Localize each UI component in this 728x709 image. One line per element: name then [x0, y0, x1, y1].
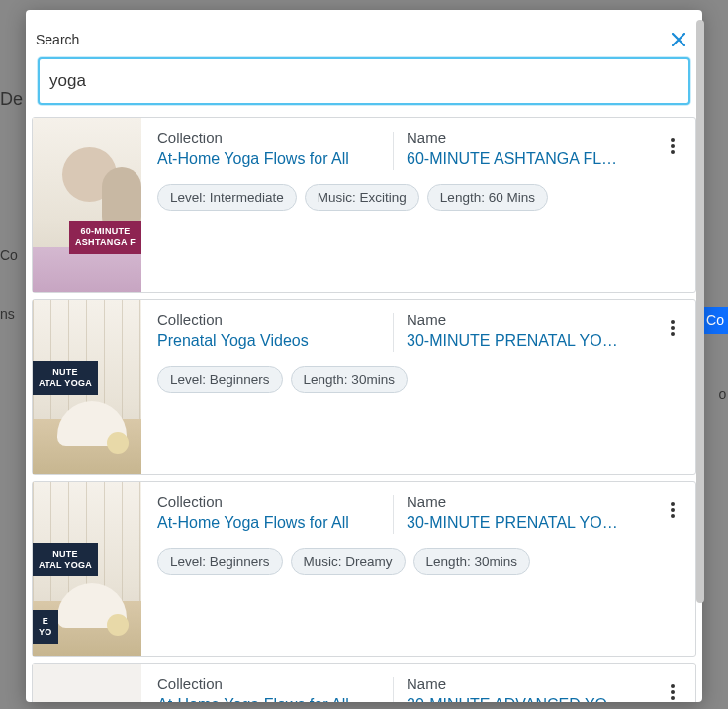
bg-button-partial: Co — [702, 307, 728, 334]
name-label: Name — [407, 675, 662, 692]
kebab-icon — [671, 502, 675, 518]
result-thumbnail[interactable]: 60-MINUTEASHTANGA F — [33, 118, 141, 292]
bg-text: Co — [0, 247, 18, 263]
more-actions-button[interactable] — [662, 135, 683, 157]
result-card: 60-MINUTEASHTANGA F Collection At-Home Y… — [32, 117, 696, 293]
thumb-badge: EYO — [33, 610, 58, 644]
result-card: NUTEATAL YOGA EYO Collection At-Home Yog… — [32, 481, 696, 657]
collection-label: Collection — [157, 311, 383, 328]
collection-link[interactable]: At-Home Yoga Flows for All — [157, 150, 383, 168]
divider — [393, 132, 394, 170]
result-thumbnail[interactable]: NUTEATAL YOGA — [33, 300, 141, 474]
result-card: NUTEATAL YOGA Collection Prenatal Yoga V… — [32, 299, 696, 475]
collection-label: Collection — [157, 493, 383, 510]
tag-row: Level: BeginnersLength: 30mins — [157, 366, 689, 393]
kebab-icon — [671, 684, 675, 700]
search-results: 60-MINUTEASHTANGA F Collection At-Home Y… — [26, 117, 702, 702]
divider — [393, 495, 394, 534]
search-label: Search — [36, 32, 79, 47]
scrollbar-track[interactable] — [696, 20, 704, 692]
tag-pill[interactable]: Music: Dreamy — [291, 548, 406, 575]
tag-row: Level: BeginnersMusic: DreamyLength: 30m… — [157, 548, 689, 575]
name-label: Name — [407, 311, 662, 328]
collection-link[interactable]: Prenatal Yoga Videos — [157, 332, 383, 350]
name-link[interactable]: 30-MINUTE PRENATAL YO… — [407, 514, 662, 532]
tag-pill[interactable]: Length: 60 Mins — [427, 184, 548, 211]
search-input[interactable] — [38, 57, 690, 105]
tag-row: Level: IntermediateMusic: ExcitingLength… — [157, 184, 689, 211]
tag-pill[interactable]: Length: 30mins — [291, 366, 408, 393]
name-link[interactable]: 60-MINUTE ASHTANGA FL… — [407, 150, 662, 168]
close-icon — [672, 33, 685, 46]
tag-pill[interactable]: Level: Intermediate — [157, 184, 297, 211]
close-button[interactable] — [667, 28, 690, 51]
name-label: Name — [407, 493, 662, 510]
more-actions-button[interactable] — [662, 681, 683, 702]
kebab-icon — [671, 320, 675, 336]
more-actions-button[interactable] — [662, 317, 683, 339]
result-thumbnail[interactable] — [33, 664, 141, 702]
tag-pill[interactable]: Level: Beginners — [157, 366, 283, 393]
search-modal: Search 60-MINUTEASHTANGA F Collection At… — [26, 10, 702, 702]
collection-link[interactable]: At-Home Yoga Flows for All — [157, 696, 383, 702]
name-label: Name — [407, 130, 662, 146]
bg-text: ns — [0, 307, 15, 322]
kebab-icon — [671, 138, 675, 154]
scrollbar-thumb[interactable] — [696, 20, 704, 603]
more-actions-button[interactable] — [662, 499, 683, 521]
divider — [393, 677, 394, 702]
collection-label: Collection — [157, 130, 383, 146]
bg-text: De — [0, 89, 23, 110]
result-card: Collection At-Home Yoga Flows for All Na… — [32, 663, 696, 702]
result-thumbnail[interactable]: NUTEATAL YOGA EYO — [33, 482, 141, 656]
tag-pill[interactable]: Music: Exciting — [305, 184, 419, 211]
bg-text: o e — [719, 386, 728, 401]
collection-label: Collection — [157, 675, 383, 692]
name-link[interactable]: 30-MINUTE PRENATAL YO… — [407, 332, 662, 350]
divider — [393, 313, 394, 352]
name-link[interactable]: 20-MINUTE ADVANCED YO… — [407, 696, 662, 702]
collection-link[interactable]: At-Home Yoga Flows for All — [157, 514, 383, 532]
thumb-badge: 60-MINUTEASHTANGA F — [69, 221, 141, 254]
tag-pill[interactable]: Level: Beginners — [157, 548, 283, 575]
thumb-badge: NUTEATAL YOGA — [33, 543, 98, 576]
thumb-badge: NUTEATAL YOGA — [33, 361, 98, 395]
modal-header: Search — [26, 10, 702, 117]
tag-pill[interactable]: Length: 30mins — [413, 548, 530, 575]
